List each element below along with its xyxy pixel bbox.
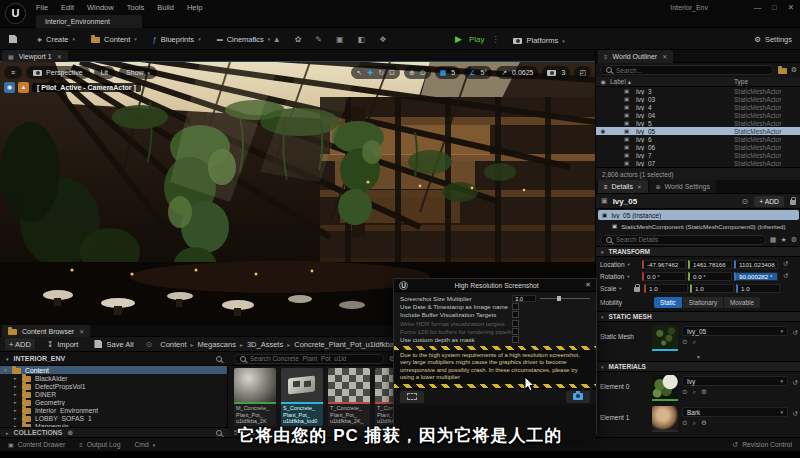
breadcrumb-item[interactable]: Content▸ — [160, 340, 193, 349]
chevron-right-icon[interactable]: ▸ — [14, 383, 18, 389]
location-x-field[interactable]: -47.967462 — [642, 260, 686, 269]
breadcrumb-item[interactable]: Concrete_Plant_Pot_u1ldfkba▸ — [294, 340, 394, 349]
perspective-dropdown[interactable]: Perspective — [26, 66, 90, 79]
details-tab[interactable]: ≡ Details ✕ — [598, 180, 648, 193]
stop-pilot-button[interactable]: ◉ — [4, 82, 15, 93]
favorites-icon[interactable]: ★ — [780, 236, 786, 244]
outliner-row[interactable]: ◉ ▣ Ivy_4 StaticMeshActor — [596, 103, 800, 111]
asset-search-input[interactable]: Search Concrete_Plant_Pot_u1ld — [234, 354, 384, 364]
rotation-label[interactable]: Rotation▾ — [600, 273, 640, 280]
folder-tree-item[interactable]: ▸ DINER — [0, 390, 227, 398]
transform-tools[interactable]: ↖ ✚ ↻ ⊡ — [351, 66, 400, 79]
location-y-field[interactable]: 1461.78166 — [688, 260, 732, 269]
folder-tree-item[interactable]: ▸ DefectPropsVol1 — [0, 382, 227, 390]
folder-tree-item[interactable]: ▸ LOBBY_SOFAS_1 — [0, 414, 227, 422]
use-selected-icon[interactable]: ⊙ — [682, 388, 687, 396]
breadcrumb-item[interactable]: 3D_Assets▸ — [247, 340, 290, 349]
multiplier-value-field[interactable]: 3.0 — [512, 295, 536, 302]
editor-mode-icon[interactable]: ❖ — [379, 35, 386, 44]
rotation-x-field[interactable]: 0.0 ° — [642, 272, 686, 281]
multiplier-slider[interactable] — [540, 295, 590, 302]
close-button[interactable]: ✕ — [788, 3, 794, 12]
outliner-row[interactable]: ◉ ▣ Ivy_6 StaticMeshActor — [596, 135, 800, 143]
use-selected-icon[interactable]: ⊙ — [682, 338, 687, 346]
outliner-row[interactable]: ◉ ▣ Ivy_03 StaticMeshActor — [596, 95, 800, 103]
reset-static-mesh-icon[interactable]: ↺ — [793, 329, 798, 337]
folder-tree-item[interactable]: ▸ BlackAlder — [0, 374, 227, 382]
camera-speed-control[interactable]: 3 — [542, 66, 570, 79]
import-button[interactable]: ↧Import — [43, 338, 83, 350]
close-icon[interactable]: ✕ — [79, 328, 84, 335]
scale-y-field[interactable]: 1.0 — [690, 284, 734, 293]
option-checkbox[interactable] — [512, 320, 519, 327]
browse-to-icon[interactable]: ⌕ — [692, 388, 696, 396]
scale-tool-icon[interactable]: ⊡ — [389, 69, 395, 77]
blueprints-button[interactable]: ƒBlueprints▾ — [146, 31, 208, 47]
outliner-row[interactable]: ◉ ▣ Ivy_5 StaticMeshActor — [596, 119, 800, 127]
eye-icon[interactable]: ◉ — [596, 128, 610, 134]
chevron-right-icon[interactable]: ▸ — [14, 391, 18, 397]
mobility-option[interactable]: Stationary — [683, 297, 723, 308]
materials-section-header[interactable]: ▾ MATERIALS — [596, 361, 800, 372]
world-snap-icon[interactable]: ⊕ — [409, 69, 415, 77]
static-mesh-section-header[interactable]: ▾ STATIC MESH — [596, 311, 800, 322]
select-tool-icon[interactable]: ↖ — [356, 69, 362, 77]
outliner-row[interactable]: ◉ ▣ Ivy_04 StaticMeshActor — [596, 111, 800, 119]
outliner-row[interactable]: ◉ ▣ Ivy_3 StaticMeshActor — [596, 87, 800, 95]
convert-icon[interactable]: ⊙ — [741, 197, 748, 206]
sources-header[interactable]: ▾ INTERIOR_ENV — [0, 355, 228, 362]
create-button[interactable]: ✚Create▾ — [30, 31, 82, 47]
rotation-z-field[interactable]: 90.000282 ° — [734, 272, 778, 281]
move-tool-icon[interactable]: ✚ — [367, 69, 373, 77]
surface-snap-icon[interactable]: ⊙ — [420, 69, 426, 77]
breadcrumb-item[interactable]: Megascans▸ — [198, 340, 243, 349]
close-icon[interactable]: ✕ — [585, 281, 591, 289]
outliner-row[interactable]: ◉ ▣ Ivy_7 StaticMeshActor — [596, 151, 800, 159]
high-resolution-screenshot-dialog[interactable]: U High Resolution Screenshot ✕ Screensho… — [393, 278, 597, 434]
menu-item[interactable]: File — [36, 3, 48, 12]
editor-mode-icon[interactable]: ↖ — [252, 35, 259, 44]
folder-tree-item[interactable]: ▸ Geometry — [0, 398, 227, 406]
rotate-tool-icon[interactable]: ↻ — [378, 69, 384, 77]
material-options-icon[interactable]: ⚙ — [701, 388, 707, 396]
menu-item[interactable]: Help — [187, 3, 202, 12]
reset-location-icon[interactable]: ↺ — [783, 260, 788, 268]
world-outliner-tab[interactable]: ≡ World Outliner ✕ — [598, 50, 673, 63]
details-search-input[interactable]: Search Details — [600, 235, 766, 245]
outliner-row[interactable]: ◉ ▣ Ivy_05 StaticMeshActor — [596, 127, 800, 135]
settings-button[interactable]: ⚙ Settings — [754, 28, 792, 50]
show-dropdown[interactable]: Show▾ — [119, 66, 157, 79]
outliner-row[interactable]: ◉ ▣ Ivy_07 StaticMeshActor — [596, 159, 800, 167]
option-checkbox[interactable] — [512, 303, 519, 310]
chevron-right-icon[interactable]: ▸ — [14, 415, 18, 421]
option-checkbox[interactable] — [512, 336, 519, 343]
play-options-icon[interactable]: ⋮ — [491, 35, 499, 44]
editor-mode-icon[interactable]: ▲ — [273, 35, 281, 44]
grid-view-icon[interactable]: ▦ — [770, 236, 777, 244]
reset-material-icon[interactable]: ↺ — [793, 379, 798, 387]
play-icon[interactable]: ▶ — [455, 34, 462, 44]
snapping-tools[interactable]: ⊕ ⊙ — [404, 66, 431, 79]
maximize-button[interactable]: □ — [772, 3, 777, 12]
specify-capture-region-button[interactable] — [400, 391, 424, 403]
label-column[interactable]: Label ▴ — [610, 78, 734, 86]
outliner-search-input[interactable]: Search... — [600, 65, 774, 75]
reset-rotation-icon[interactable]: ↺ — [783, 272, 788, 280]
save-all-button[interactable]: Save All — [90, 338, 137, 350]
add-asset-button[interactable]: + ADD — [5, 338, 35, 350]
section-expander[interactable]: ▾ — [596, 354, 800, 360]
details-settings-icon[interactable]: ⚙ — [791, 236, 797, 244]
chevron-right-icon[interactable]: ▸ — [14, 399, 18, 405]
menu-item[interactable]: Edit — [61, 3, 74, 12]
material-dropdown[interactable]: Ivy ▾ — [682, 376, 788, 386]
world-settings-tab[interactable]: ⊕ World Settings — [650, 180, 716, 193]
reset-material-icon[interactable]: ↺ — [793, 410, 798, 418]
material-dropdown[interactable]: Bark ▾ — [682, 407, 788, 417]
scale-lock-icon[interactable] — [634, 287, 640, 292]
save-icon[interactable] — [9, 35, 17, 45]
maximize-viewport-button[interactable]: ◰ — [574, 66, 591, 79]
material-thumbnail[interactable] — [652, 375, 678, 399]
search-icon[interactable] — [216, 356, 222, 362]
static-mesh-thumbnail[interactable] — [652, 325, 678, 349]
play-label[interactable]: Play — [469, 35, 485, 44]
